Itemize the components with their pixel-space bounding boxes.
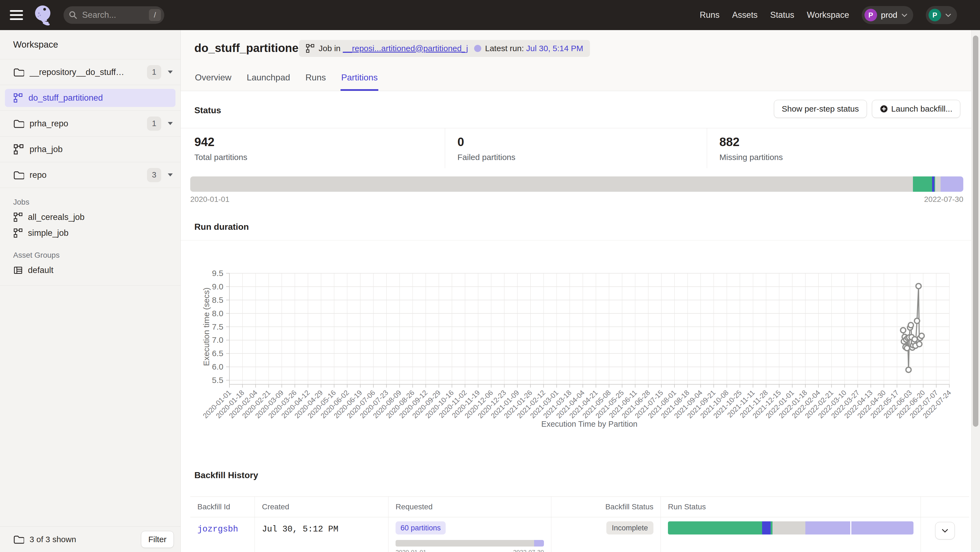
nav-assets[interactable]: Assets (732, 10, 758, 20)
chevron-down-icon (901, 13, 908, 17)
sidebar-job-all-cereals[interactable]: all_cereals_job (13, 209, 180, 225)
svg-text:8.5: 8.5 (212, 295, 223, 305)
run-duration-chart: 2020-01-012020-01-182020-02-042020-02-21… (181, 247, 971, 436)
stat-value: 942 (194, 135, 445, 149)
jobs-section-label: Jobs (13, 198, 180, 206)
table-row: jozrgsbh Jul 30, 5:12 PM 60 partitions 2… (190, 517, 969, 552)
repo-count-badge: 1 (147, 117, 161, 131)
workspace-sidebar: Workspace __repository__do_stuff_partiti… (0, 30, 181, 552)
col-backfill-id: Backfill Id (190, 497, 255, 517)
expand-row-button[interactable] (935, 522, 955, 539)
repo-label: prha_repo (30, 119, 68, 128)
sidebar-item-prha-job[interactable]: prha_job (0, 136, 180, 162)
stat-value: 882 (719, 135, 971, 149)
partitions-content: Status Show per-step status Launch backf… (181, 91, 971, 552)
svg-text:7.0: 7.0 (212, 335, 223, 344)
backfill-created: Jul 30, 5:12 PM (262, 517, 338, 534)
filter-button[interactable]: Filter (141, 531, 174, 548)
job-icon (13, 144, 24, 155)
job-header: do_stuff_partitioned Job in __reposi...a… (181, 30, 971, 91)
tab-partitions[interactable]: Partitions (340, 73, 378, 91)
deployment-label: prod (881, 10, 897, 20)
nav-status[interactable]: Status (770, 10, 794, 20)
svg-text:6.5: 6.5 (212, 349, 223, 358)
svg-text:Execution time (secs): Execution time (secs) (202, 287, 211, 366)
sidebar-job-simple-job[interactable]: simple_job (13, 225, 180, 241)
caret-down-icon[interactable] (168, 71, 173, 74)
dagster-logo-icon[interactable] (32, 3, 55, 27)
col-run-status: Run Status (660, 497, 921, 517)
stat-value: 0 (457, 135, 707, 149)
chevron-down-icon (942, 528, 948, 533)
user-menu[interactable]: P (926, 6, 957, 24)
folder-icon (13, 534, 24, 545)
svg-text:7.5: 7.5 (212, 322, 223, 331)
tab-overview[interactable]: Overview (194, 73, 232, 91)
job-icon (13, 228, 23, 238)
latest-run-link[interactable]: Jul 30, 5:14 PM (526, 44, 583, 53)
job-tabs: Overview Launchpad Runs Partitions (194, 73, 378, 91)
show-per-step-status-button[interactable]: Show per-step status (774, 100, 867, 118)
partition-status-bar (190, 176, 963, 192)
launch-backfill-button[interactable]: Launch backfill... (872, 100, 960, 118)
asset-group-icon (13, 265, 23, 275)
sidebar-item-repo[interactable]: repo 3 (0, 162, 180, 188)
asset-groups-section-label: Asset Groups (13, 251, 180, 260)
deployment-avatar: P (864, 9, 877, 21)
sidebar-item-do-stuff-partitioned[interactable]: do_stuff_partitioned (0, 85, 180, 111)
job-icon (13, 212, 23, 222)
nav-runs[interactable]: Runs (700, 10, 719, 20)
job-icon (13, 93, 23, 103)
partition-range-end: 2022-07-30 (924, 195, 963, 204)
search-shortcut-hint: / (149, 9, 161, 21)
col-requested: Requested (388, 497, 551, 517)
repo-count-badge: 3 (147, 168, 161, 182)
folder-icon (13, 67, 24, 78)
caret-down-icon[interactable] (168, 122, 173, 125)
launch-backfill-label: Launch backfill... (891, 104, 952, 114)
requested-range-start: 2020-01-01 (396, 549, 426, 552)
requested-range-end: 2022-07-30 (513, 549, 544, 552)
tab-launchpad[interactable]: Launchpad (246, 73, 290, 91)
search-box[interactable]: / (64, 6, 164, 24)
sidebar-asset-group-default[interactable]: default (13, 262, 180, 278)
job-label: prha_job (30, 144, 63, 154)
requested-cell: 60 partitions 2020-01-01 2022-07-30 (388, 517, 551, 552)
page-scrollbar (971, 30, 980, 552)
stat-failed-partitions: 0 Failed partitions (445, 128, 707, 168)
svg-text:6.0: 6.0 (212, 362, 223, 371)
scrollbar-thumb[interactable] (973, 36, 978, 427)
menu-icon[interactable] (10, 8, 23, 22)
caret-down-icon[interactable] (168, 173, 173, 176)
job-tag: Job in __reposi...artitioned@partitioned… (299, 40, 496, 57)
sidebar-footer: 3 of 3 shown Filter (0, 526, 180, 552)
chevron-down-icon (945, 13, 951, 17)
user-avatar: P (929, 9, 941, 21)
stat-total-partitions: 942 Total partitions (181, 128, 445, 168)
backfill-history-heading: Backfill History (194, 470, 258, 480)
dagster-app: / Runs Assets Status Workspace P prod P … (0, 0, 980, 552)
plus-circle-icon (880, 105, 888, 113)
job-origin-link[interactable]: __reposi...artitioned@partitioned_job (343, 44, 477, 53)
tab-runs[interactable]: Runs (305, 73, 326, 91)
svg-text:9.5: 9.5 (212, 269, 223, 278)
backfill-id-link[interactable]: jozrgsbh (197, 517, 238, 534)
requested-range-bar (396, 540, 544, 547)
svg-text:8.0: 8.0 (212, 309, 223, 318)
repo-count-badge: 1 (147, 65, 161, 79)
deployment-switcher[interactable]: P prod (862, 6, 913, 24)
requested-partitions-chip[interactable]: 60 partitions (396, 521, 445, 535)
sidebar-item-repository-do-stuff[interactable]: __repository__do_stuff_partitio... 1 (0, 59, 180, 85)
folder-icon (13, 118, 24, 129)
sidebar-item-prha-repo[interactable]: prha_repo 1 (0, 111, 180, 136)
job-tag-prefix: Job in (319, 44, 343, 53)
repo-label: __repository__do_stuff_partitio... (30, 67, 128, 77)
nav-workspace[interactable]: Workspace (807, 10, 849, 20)
svg-text:9.0: 9.0 (212, 282, 223, 291)
table-header-row: Backfill Id Created Requested Backfill S… (190, 497, 969, 517)
asset-group-label: default (28, 265, 53, 275)
latest-run-tag: Latest run: Jul 30, 5:14 PM (468, 40, 590, 57)
search-input[interactable] (81, 10, 142, 20)
stat-label: Missing partitions (719, 152, 971, 162)
stat-label: Total partitions (194, 152, 445, 162)
